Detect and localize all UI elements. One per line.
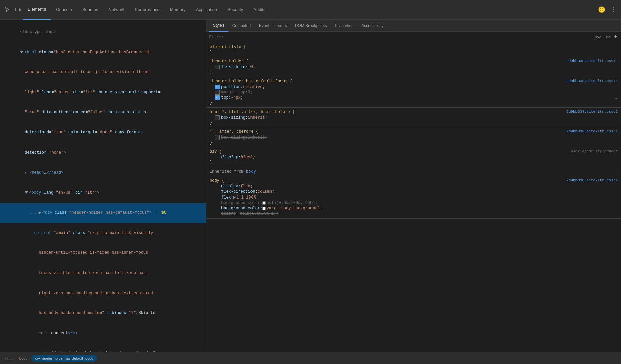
prop-checkbox-top[interactable] bbox=[215, 95, 220, 100]
expand-body-icon bbox=[25, 191, 28, 194]
elements-panel[interactable]: <!doctype html> <html class="hasSidebar … bbox=[0, 20, 206, 352]
source-link-3[interactable]: 2d9bb338.site-ltr.css:2 bbox=[566, 110, 618, 114]
tab-application[interactable]: Application bbox=[191, 0, 222, 20]
devtools-toolbar: Elements Console Sources Network Perform… bbox=[0, 0, 621, 20]
style-rule-body: body { 2d9bb338.site-ltr.css:2 display: … bbox=[206, 176, 621, 219]
html-line-a3[interactable]: focus-visible has-top-zero has-left-zero… bbox=[0, 263, 206, 283]
property-bg-color-strikethrough: background-color: hsla(0,0%,100%,.999); bbox=[210, 200, 618, 206]
styles-tabs: Styles Computed Event Listeners DOM Brea… bbox=[206, 20, 621, 32]
property-flex: flex: ▶1 1 100%; bbox=[210, 194, 618, 200]
status-bar: html body div.header-holder.has-default-… bbox=[0, 352, 621, 364]
styles-tab-dom-breakpoints[interactable]: DOM Breakpoints bbox=[291, 20, 331, 32]
svg-rect-1 bbox=[19, 9, 20, 11]
tab-audits[interactable]: Audits bbox=[248, 0, 270, 20]
breadcrumb-body[interactable]: body bbox=[17, 355, 30, 362]
html-line-html-attrs5[interactable]: detection="none"> bbox=[0, 143, 206, 163]
expand-html-icon bbox=[20, 51, 23, 53]
style-rule-element: element.style { } bbox=[206, 42, 621, 57]
html-line-a2[interactable]: hidden-until-focused is-fixed has-inner-… bbox=[0, 243, 206, 263]
html-line-a6[interactable]: main content</a> bbox=[0, 323, 206, 343]
prop-checkbox-box2[interactable] bbox=[215, 135, 220, 140]
tab-security[interactable]: Security bbox=[223, 0, 248, 20]
property-top: top: -4px; … bbox=[210, 95, 618, 100]
expand-head-icon[interactable]: ▶ bbox=[25, 170, 29, 176]
html-line-a4[interactable]: right-zero has-padding-medium has-text-c… bbox=[0, 283, 206, 303]
emoji-icon[interactable]: 🙂 bbox=[598, 6, 605, 13]
tab-performance[interactable]: Performance bbox=[130, 0, 164, 20]
html-line-html-attrs[interactable]: conceptual has-default-focus js-focus-vi… bbox=[0, 62, 206, 83]
prop-checkbox-box[interactable] bbox=[215, 115, 220, 120]
prop-checkbox-margin[interactable] bbox=[215, 90, 220, 95]
html-line-div-header[interactable]: ...<div class="header-holder has-default… bbox=[0, 203, 206, 223]
styles-panel: Styles Computed Event Listeners DOM Brea… bbox=[206, 20, 621, 352]
cls-button[interactable]: .cls bbox=[603, 34, 613, 40]
property-box-sizing-html: box-sizing: inherit; bbox=[210, 115, 618, 120]
more-options-button[interactable]: ⋮ bbox=[609, 5, 618, 14]
source-link-4[interactable]: 2d9bb338.site-ltr.css:1 bbox=[566, 129, 618, 133]
html-line-html-attrs2[interactable]: light" lang="en-us" dir="ltr" data-css-v… bbox=[0, 83, 206, 103]
tab-network[interactable]: Network bbox=[104, 0, 129, 20]
tab-sources[interactable]: Sources bbox=[78, 0, 103, 20]
svg-rect-0 bbox=[15, 8, 19, 11]
styles-filter-input[interactable] bbox=[209, 35, 592, 39]
style-rule-div-ua: div { user agent stylesheet display: blo… bbox=[206, 147, 621, 167]
html-line-body[interactable]: <body lang="en-us" dir="ltr"> bbox=[0, 183, 206, 203]
html-line-html-attrs3[interactable]: "true" data-authenticated="false" data-a… bbox=[0, 102, 206, 123]
inherited-from-label: Inherited from body bbox=[206, 167, 621, 176]
source-ua: user agent stylesheet bbox=[571, 149, 618, 153]
color-swatch-bg1[interactable] bbox=[262, 201, 266, 205]
color-swatch-bg2[interactable] bbox=[262, 207, 266, 210]
expand-div-icon bbox=[38, 212, 41, 214]
property-margin-top: margin-top: 0; bbox=[210, 90, 618, 95]
tab-elements[interactable]: Elements bbox=[23, 0, 51, 20]
style-rule-html-star: html *, html :after, html :before { 2d9b… bbox=[206, 108, 621, 127]
html-line-a[interactable]: <a href="#main" class="skip-to-main-link… bbox=[0, 223, 206, 243]
html-line-html-attrs4[interactable]: determined="true" data-target="docs" x-m… bbox=[0, 123, 206, 143]
color-swatch-color[interactable] bbox=[236, 212, 239, 215]
prop-checkbox[interactable] bbox=[215, 65, 220, 69]
inherited-body-link[interactable]: body bbox=[246, 169, 256, 174]
styles-filter-row: :hov .cls + bbox=[206, 32, 621, 42]
styles-tab-event-listeners[interactable]: Event Listeners bbox=[255, 20, 291, 32]
styles-tab-accessibility[interactable]: Accessibility bbox=[357, 20, 387, 32]
property-display-body: display: flex; bbox=[210, 184, 618, 189]
html-line-doctype[interactable]: <!doctype html> bbox=[0, 22, 206, 42]
property-color: color: hsla(0,0%,9%,1); bbox=[210, 211, 618, 216]
style-rule-header-holder-focus: .header-holder.has-default-focus { 2d9bb… bbox=[206, 77, 621, 108]
html-line-html[interactable]: <html class="hasSidebar hasPageActions h… bbox=[0, 42, 206, 63]
breadcrumb-html[interactable]: html bbox=[3, 355, 15, 362]
tab-console[interactable]: Console bbox=[51, 0, 77, 20]
style-rule-star: *, :after, :before { 2d9bb338.site-ltr.c… bbox=[206, 127, 621, 147]
styles-content[interactable]: element.style { } .header-holder { 2d9bb… bbox=[206, 42, 621, 352]
html-line-div-header-area[interactable]: ▶<div id="headerAreaHolder" data-bi-name… bbox=[0, 343, 206, 352]
source-link-body[interactable]: 2d9bb338.site-ltr.css:2 bbox=[566, 178, 618, 182]
breadcrumb-div-header[interactable]: div.header-holder.has-default-focus bbox=[31, 355, 97, 362]
html-line-head[interactable]: ▶<head>…</head> bbox=[0, 163, 206, 183]
source-link-1[interactable]: 2d9bb338.site-ltr.css:2 bbox=[566, 59, 618, 63]
hov-button[interactable]: :hov bbox=[592, 34, 603, 40]
styles-tab-styles[interactable]: Styles bbox=[209, 20, 228, 32]
add-style-button[interactable]: + bbox=[612, 34, 618, 40]
tab-memory[interactable]: Memory bbox=[165, 0, 190, 20]
property-display-div: display: block; bbox=[210, 155, 618, 160]
prop-checkbox-position[interactable] bbox=[215, 85, 220, 89]
style-rule-header-holder: .header-holder { 2d9bb338.site-ltr.css:2… bbox=[206, 57, 621, 77]
main-content: <!doctype html> <html class="hasSidebar … bbox=[0, 20, 621, 352]
property-flex-direction: flex-direction: column; bbox=[210, 189, 618, 194]
property-bg-color: background-color: var(--body-background)… bbox=[210, 206, 618, 211]
html-line-a5[interactable]: has-body-background-medium" tabindex="1"… bbox=[0, 303, 206, 324]
styles-tab-properties[interactable]: Properties bbox=[331, 20, 357, 32]
property-position: position: relative; bbox=[210, 84, 618, 90]
cursor-icon[interactable] bbox=[3, 5, 12, 14]
styles-tab-computed[interactable]: Computed bbox=[228, 20, 255, 32]
device-icon[interactable] bbox=[13, 5, 22, 14]
property-flex-shrink: flex-shrink: 0; bbox=[210, 64, 618, 70]
property-box-sizing-star: box-sizing: inherit; bbox=[210, 135, 618, 140]
source-link-2[interactable]: 2d9bb338.site-ltr.css:4 bbox=[566, 79, 618, 83]
